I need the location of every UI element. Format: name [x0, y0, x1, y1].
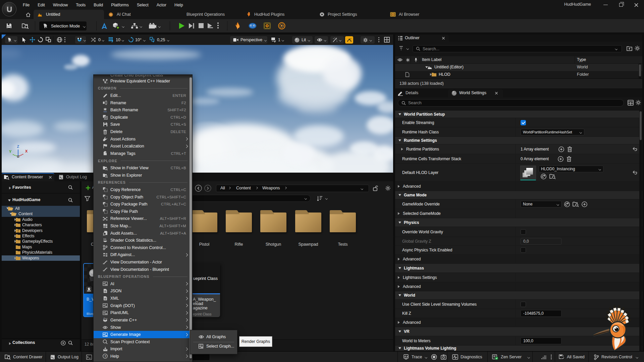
- svg-text:c++: c++: [105, 81, 108, 83]
- svg-text:Z: Z: [17, 144, 19, 148]
- svg-text:C++: C++: [104, 317, 108, 319]
- svg-text:X: X: [25, 149, 28, 153]
- svg-text:?: ?: [104, 354, 106, 358]
- svg-text:Y: Y: [9, 149, 12, 154]
